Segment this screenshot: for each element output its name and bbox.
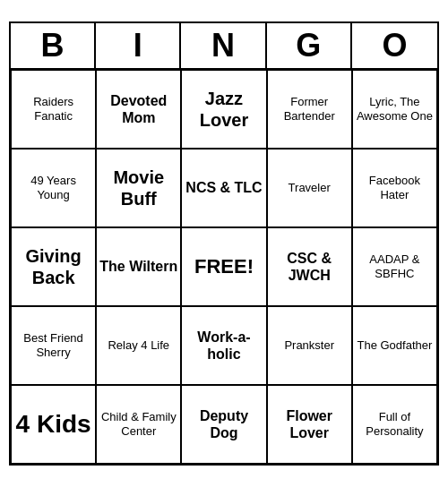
header-letter-b: B [11,23,96,68]
bingo-cell-8: Traveler [267,149,352,227]
bingo-cell-12: FREE! [181,227,266,306]
bingo-cell-14: AADAP & SBFHC [352,227,437,306]
header-letter-o: O [352,23,437,68]
bingo-grid: Raiders FanaticDevoted MomJazz LoverForm… [11,70,437,464]
bingo-header: BINGO [11,23,437,70]
bingo-cell-21: Child & Family Center [96,385,181,464]
header-letter-g: G [267,23,352,68]
bingo-cell-4: Lyric, The Awesome One [352,70,437,149]
bingo-cell-6: Movie Buff [96,149,181,227]
header-letter-i: I [96,23,181,68]
bingo-cell-1: Devoted Mom [96,70,181,149]
bingo-cell-16: Relay 4 Life [96,306,181,385]
bingo-cell-22: Deputy Dog [181,385,266,464]
bingo-cell-11: The Wiltern [96,227,181,306]
bingo-cell-15: Best Friend Sherry [11,306,96,385]
bingo-cell-9: Facebook Hater [352,149,437,227]
bingo-cell-5: 49 Years Young [11,149,96,227]
bingo-cell-3: Former Bartender [267,70,352,149]
bingo-cell-24: Full of Personality [352,385,437,464]
bingo-cell-13: CSC & JWCH [267,227,352,306]
bingo-cell-18: Prankster [267,306,352,385]
bingo-cell-23: Flower Lover [267,385,352,464]
bingo-cell-10: Giving Back [11,227,96,306]
bingo-cell-17: Work-a-holic [181,306,266,385]
bingo-cell-7: NCS & TLC [181,149,266,227]
header-letter-n: N [181,23,266,68]
bingo-card: BINGO Raiders FanaticDevoted MomJazz Lov… [9,21,439,466]
bingo-cell-19: The Godfather [352,306,437,385]
bingo-cell-20: 4 Kids [11,385,96,464]
bingo-cell-0: Raiders Fanatic [11,70,96,149]
bingo-cell-2: Jazz Lover [181,70,266,149]
